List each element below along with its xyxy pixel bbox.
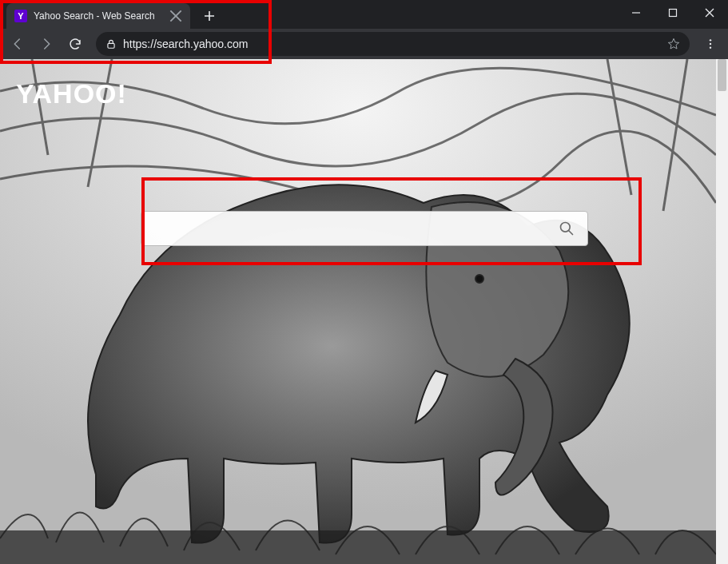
- svg-rect-0: [670, 10, 677, 17]
- favicon-icon: Y: [14, 10, 27, 22]
- tab-title: Yahoo Search - Web Search: [34, 10, 165, 22]
- forward-button[interactable]: [34, 31, 59, 57]
- yahoo-logo: YAHOO!: [16, 78, 127, 109]
- tab-close-icon[interactable]: [169, 10, 182, 22]
- search-input[interactable]: [154, 220, 554, 237]
- window-controls: [618, 0, 728, 26]
- search-container: [141, 211, 588, 246]
- svg-point-6: [475, 275, 483, 283]
- browser-window: Y Yahoo Search - Web Search: [0, 0, 728, 564]
- svg-rect-1: [108, 43, 114, 48]
- browser-toolbar: https://search.yahoo.com: [0, 29, 728, 59]
- star-icon[interactable]: [667, 38, 680, 50]
- address-bar[interactable]: https://search.yahoo.com: [96, 32, 690, 56]
- svg-point-4: [710, 46, 711, 48]
- back-button[interactable]: [5, 31, 30, 57]
- title-bar: Y Yahoo Search - Web Search: [0, 0, 728, 29]
- svg-rect-7: [0, 530, 716, 564]
- browser-tab[interactable]: Y Yahoo Search - Web Search: [6, 3, 190, 29]
- window-minimize-button[interactable]: [618, 0, 654, 26]
- background-image: [0, 59, 716, 564]
- svg-point-2: [710, 39, 711, 41]
- reload-button[interactable]: [62, 31, 88, 57]
- vertical-scrollbar[interactable]: [716, 59, 728, 564]
- search-box[interactable]: [141, 211, 588, 246]
- svg-point-3: [710, 43, 711, 45]
- lock-icon: [105, 38, 117, 50]
- window-maximize-button[interactable]: [654, 0, 691, 26]
- page-viewport: YAHOO!: [0, 59, 728, 564]
- window-close-button[interactable]: [691, 0, 728, 26]
- new-tab-button[interactable]: [198, 5, 221, 27]
- search-icon[interactable]: [554, 216, 579, 241]
- browser-menu-button[interactable]: [698, 31, 723, 57]
- url-text: https://search.yahoo.com: [123, 38, 661, 50]
- scrollbar-thumb[interactable]: [718, 59, 726, 91]
